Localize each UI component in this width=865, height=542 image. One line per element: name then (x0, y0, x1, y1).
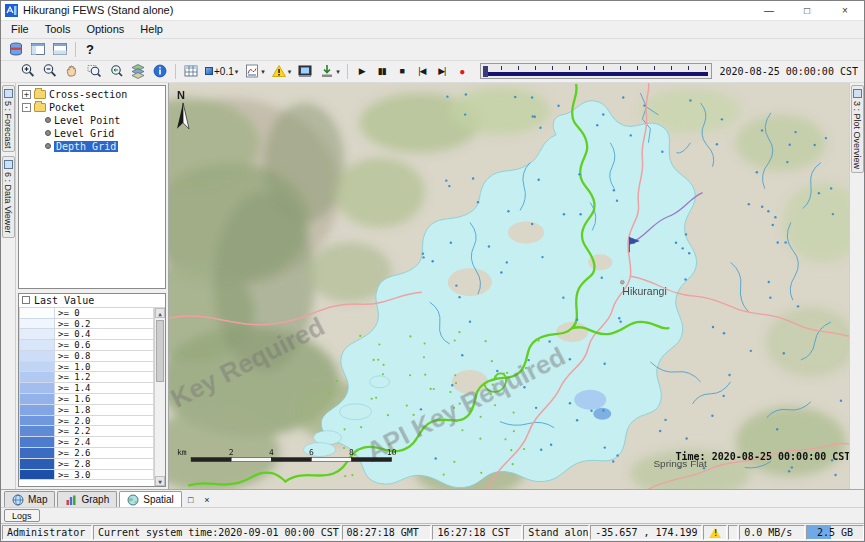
title-bar[interactable]: Hikurangi FEWS (Stand alone) — □ × (1, 1, 864, 21)
zoom-in-button[interactable] (17, 61, 39, 81)
chevron-down-icon: ▾ (336, 68, 340, 75)
record-button[interactable]: ● (452, 61, 472, 81)
tab-label: 6 : Data Viewer (3, 172, 13, 233)
timeline-thumb[interactable] (483, 66, 488, 77)
panel-maximize-button[interactable]: □ (184, 492, 198, 507)
play-icon: ▶ (359, 66, 365, 76)
minimize-button[interactable]: — (750, 1, 788, 20)
legend-row: >= 1.4 (19, 383, 154, 394)
right-tab-strip: 3 : Plot Overview (849, 83, 864, 489)
pause-button[interactable]: ▮▮ (372, 61, 392, 81)
scale-tick: 10 (387, 447, 397, 456)
legend-rows: >= 0>= 0.2>= 0.4>= 0.6>= 0.8>= 1.0>= 1.2… (19, 308, 154, 486)
forecast-tab-icon (4, 89, 13, 98)
panel-close-button[interactable]: × (200, 492, 214, 507)
legend-scrollbar[interactable]: ▲ ▼ (154, 308, 165, 486)
tree-item-pocket[interactable]: - Pocket (19, 101, 165, 114)
layer-tree[interactable]: + Cross-section - Pocket Level Point Lev… (18, 85, 166, 289)
legend-row: >= 2.4 (19, 437, 154, 448)
tab-map[interactable]: Map (4, 491, 55, 507)
grid-display-button[interactable] (180, 61, 202, 81)
status-memory[interactable]: 2.5 GB (806, 525, 864, 540)
tab-label: Graph (81, 494, 109, 505)
tree-item-label: Cross-section (49, 89, 127, 100)
menu-help[interactable]: Help (132, 22, 171, 36)
info-button[interactable] (149, 61, 171, 81)
map-time-label: Time: 2020-08-25 00:00:00 CST (675, 450, 849, 461)
legend-swatch (19, 405, 55, 416)
timeline-slider[interactable] (480, 63, 712, 79)
town-label-hikurangi: Hikurangi (622, 286, 666, 297)
tree-item-cross-section[interactable]: + Cross-section (19, 88, 165, 101)
legend-label: >= 0.4 (55, 329, 154, 340)
menu-file[interactable]: File (3, 22, 37, 36)
legend-swatch (19, 340, 55, 351)
legend-label: >= 1.2 (55, 372, 154, 383)
layer-node-icon (45, 143, 51, 149)
status-warning-cell[interactable] (703, 525, 727, 540)
tab-graph[interactable]: Graph (57, 491, 117, 507)
warnings-dropdown[interactable]: ▾ (268, 61, 295, 81)
profile-icon (244, 63, 260, 79)
window-title: Hikurangi FEWS (Stand alone) (23, 4, 750, 16)
export-dropdown[interactable]: ▾ (316, 61, 343, 81)
step-back-button[interactable]: |◀ (412, 61, 432, 81)
legend-row: >= 0.2 (19, 319, 154, 330)
tab-spatial[interactable]: Spatial (119, 491, 182, 507)
data-viewer-tab-icon (4, 160, 13, 169)
expand-icon[interactable]: + (22, 90, 31, 99)
map-viewport[interactable]: API Key Required API Key Required Hikura… (169, 83, 849, 489)
toolbar-map: +0.1▾ ▾ ▾ ▾ ▶ ▮▮ ■ |◀ ▶| ● 2020-08-25 00… (1, 61, 864, 83)
tab-plot-overview[interactable]: 3 : Plot Overview (851, 85, 864, 173)
panel-bottom-icon (52, 41, 68, 57)
zoom-previous-button[interactable] (105, 61, 127, 81)
tab-label: 5 : Forecast (3, 101, 13, 149)
toolbar-main: ? (1, 39, 864, 61)
folder-icon (34, 90, 46, 99)
legend-row: >= 0.8 (19, 351, 154, 362)
profile-dropdown[interactable]: ▾ (241, 61, 268, 81)
legend-row: >= 2.8 (19, 459, 154, 470)
maximize-button[interactable]: □ (788, 1, 826, 20)
play-button[interactable]: ▶ (352, 61, 372, 81)
warning-icon (271, 63, 287, 79)
legend-swatch (19, 426, 55, 437)
pan-button[interactable] (61, 61, 83, 81)
logs-button[interactable]: Logs (4, 509, 40, 522)
scroll-up-arrow[interactable]: ▲ (155, 308, 165, 318)
zoom-out-button[interactable] (39, 61, 61, 81)
scroll-down-arrow[interactable]: ▼ (155, 476, 165, 486)
tree-item-level-grid[interactable]: Level Grid (19, 127, 165, 140)
last-value-checkbox[interactable] (22, 296, 30, 304)
layers-button[interactable] (127, 61, 149, 81)
legend-label: >= 2.0 (55, 416, 154, 427)
step-forward-button[interactable]: ▶| (432, 61, 452, 81)
legend-row: >= 2.2 (19, 426, 154, 437)
interval-dropdown[interactable]: +0.1▾ (202, 61, 241, 81)
menu-tools[interactable]: Tools (37, 22, 79, 36)
tree-item-label: Pocket (49, 102, 85, 113)
timeline-bar (484, 72, 708, 76)
help-button[interactable]: ? (80, 39, 100, 59)
movie-button[interactable] (294, 61, 316, 81)
zoom-rect-button[interactable] (83, 61, 105, 81)
zoom-in-icon (20, 63, 36, 79)
pause-icon: ▮▮ (378, 66, 386, 76)
legend-row: >= 0.4 (19, 329, 154, 340)
tree-item-depth-grid[interactable]: Depth Grid (19, 140, 165, 153)
stop-button[interactable]: ■ (392, 61, 412, 81)
explorer-panel-button[interactable] (27, 39, 49, 59)
database-button[interactable] (5, 39, 27, 59)
scroll-thumb[interactable] (156, 320, 164, 382)
collapse-icon[interactable]: - (22, 103, 31, 112)
close-button[interactable]: × (826, 1, 864, 20)
tab-data-viewer[interactable]: 6 : Data Viewer (2, 156, 15, 237)
left-tab-strip: 5 : Forecast 6 : Data Viewer (1, 83, 16, 489)
tab-forecast[interactable]: 5 : Forecast (2, 85, 15, 153)
tree-item-level-point[interactable]: Level Point (19, 114, 165, 127)
app-icon (5, 4, 18, 17)
legend-swatch (19, 383, 55, 394)
menu-options[interactable]: Options (78, 22, 132, 36)
globe-spatial-icon (127, 494, 139, 506)
secondary-panel-button[interactable] (49, 39, 71, 59)
